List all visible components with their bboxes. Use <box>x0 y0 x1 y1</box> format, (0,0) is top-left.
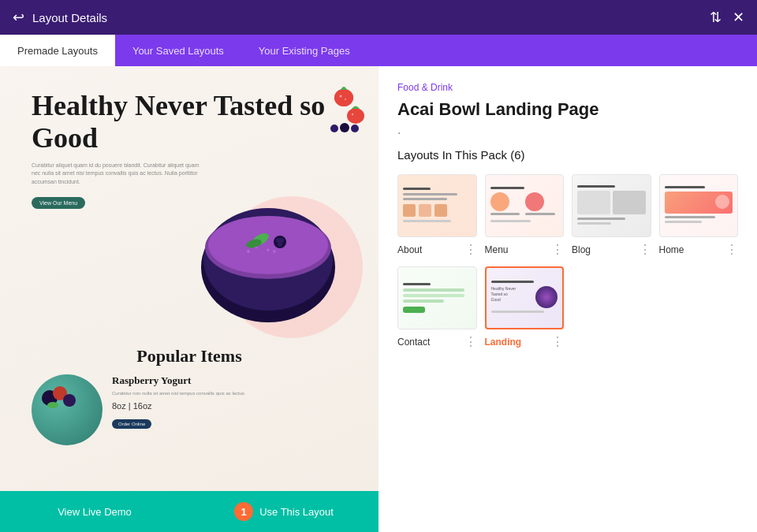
thumbnails-row-2: Contact ⋮ Healthy NeverTasted soGood <box>397 266 738 349</box>
thumbnail-contact[interactable]: Contact ⋮ <box>397 266 477 349</box>
left-panel: Healthy Never Tasted so Good Curabitur a… <box>0 66 378 532</box>
thumb-footer-about: About ⋮ <box>397 242 477 257</box>
thumbnails-row-1: About ⋮ <box>397 174 738 257</box>
thumb-label-about: About <box>397 244 422 255</box>
pack-dot: . <box>397 123 738 137</box>
strawberry-icon-2 <box>345 102 366 125</box>
acai-bowl-illustration <box>189 188 347 330</box>
category-label: Food & Drink <box>397 82 738 93</box>
tab-saved-layouts[interactable]: Your Saved Layouts <box>115 35 241 66</box>
thumb-footer-blog: Blog ⋮ <box>572 242 651 257</box>
product-size: 8oz | 16oz <box>112 401 347 411</box>
svg-point-4 <box>347 108 364 124</box>
bowl-area <box>32 188 347 330</box>
use-layout-button[interactable]: 1 Use This Layout <box>189 491 378 532</box>
preview-area: Healthy Never Tasted so Good Curabitur a… <box>0 66 378 532</box>
svg-point-16 <box>247 250 250 253</box>
popular-title: Popular Items <box>32 346 347 366</box>
thumb-menu-icon-contact[interactable]: ⋮ <box>464 334 477 349</box>
thumb-footer-contact: Contact ⋮ <box>397 334 477 349</box>
order-button: Order Online <box>112 419 151 429</box>
tab-premade-layouts[interactable]: Premade Layouts <box>0 35 115 66</box>
product-name: Raspberry Yogurt <box>112 374 347 387</box>
thumb-card-landing: Healthy NeverTasted soGood <box>485 266 565 329</box>
thumb-preview-blog <box>572 180 651 232</box>
thumbnail-menu[interactable]: Menu ⋮ <box>485 174 565 257</box>
header: ↩ Layout Details ⇅ ✕ <box>0 0 757 35</box>
product-desc: Curabitur non nulla sit amet nisl tempus… <box>112 390 347 397</box>
svg-point-9 <box>208 216 328 274</box>
header-left: ↩ Layout Details <box>13 9 107 26</box>
product-info: Raspberry Yogurt Curabitur non nulla sit… <box>112 374 347 429</box>
popular-items-section: Popular Items <box>32 346 347 445</box>
back-icon[interactable]: ↩ <box>13 9 24 26</box>
thumb-footer-home: Home ⋮ <box>659 242 739 257</box>
header-title: Layout Details <box>32 11 107 24</box>
thumb-preview-landing: Healthy NeverTasted soGood <box>487 276 563 320</box>
pack-title: Acai Bowl Landing Page <box>397 99 738 120</box>
preview-hero-title: Healthy Never Tasted so Good <box>32 90 363 155</box>
product-image <box>32 374 103 445</box>
thumb-menu-icon-home[interactable]: ⋮ <box>725 242 738 257</box>
thumb-card-about <box>397 174 477 237</box>
thumb-menu-icon-blog[interactable]: ⋮ <box>639 242 651 257</box>
tabs-bar: Premade Layouts Your Saved Layouts Your … <box>0 35 757 66</box>
thumbnail-about[interactable]: About ⋮ <box>397 174 477 257</box>
thumb-card-contact <box>397 266 477 329</box>
thumb-card-menu <box>485 174 565 237</box>
thumb-card-blog <box>572 174 651 237</box>
svg-point-17 <box>255 247 258 249</box>
svg-point-3 <box>345 99 346 100</box>
tab-existing-pages[interactable]: Your Existing Pages <box>241 35 367 66</box>
thumb-preview-home <box>660 181 738 230</box>
thumb-preview-contact <box>398 278 476 318</box>
thumb-footer-menu: Menu ⋮ <box>485 242 565 257</box>
thumb-label-contact: Contact <box>397 337 430 348</box>
settings-icon[interactable]: ⇅ <box>710 9 722 26</box>
thumb-preview-menu <box>486 182 564 229</box>
svg-point-19 <box>273 250 276 253</box>
bottom-action-bar: View Live Demo 1 Use This Layout <box>0 491 378 532</box>
view-demo-button[interactable]: View Live Demo <box>0 491 189 532</box>
preview-subtitle: Curabitur aliquet quam id du posuere bla… <box>32 162 205 187</box>
header-right: ⇅ ✕ <box>710 9 744 26</box>
thumb-menu-icon-landing[interactable]: ⋮ <box>551 334 564 349</box>
thumb-menu-icon-menu[interactable]: ⋮ <box>551 242 564 257</box>
thumb-preview-about <box>398 183 476 229</box>
layouts-count: Layouts In This Pack (6) <box>397 148 738 162</box>
svg-point-5 <box>352 113 353 115</box>
thumb-card-home <box>659 174 739 237</box>
svg-point-15 <box>278 242 282 247</box>
preview-content: Healthy Never Tasted so Good Curabitur a… <box>32 90 347 445</box>
right-panel: Food & Drink Acai Bowl Landing Page . La… <box>378 66 757 532</box>
svg-point-2 <box>340 95 342 98</box>
thumb-label-landing: Landing <box>485 337 522 348</box>
thumb-label-home: Home <box>659 244 684 255</box>
svg-point-18 <box>267 249 270 251</box>
close-icon[interactable]: ✕ <box>733 9 744 26</box>
thumbnail-home[interactable]: Home ⋮ <box>659 174 739 257</box>
layout-badge: 1 <box>234 502 253 521</box>
thumb-footer-landing: Landing ⋮ <box>485 334 565 349</box>
thumb-label-menu: Menu <box>485 244 509 255</box>
thumb-label-blog: Blog <box>572 244 591 255</box>
thumb-menu-icon-about[interactable]: ⋮ <box>464 242 477 257</box>
thumbnail-landing[interactable]: Healthy NeverTasted soGood Landing ⋮ <box>485 266 565 349</box>
product-row: Raspberry Yogurt Curabitur non nulla sit… <box>32 374 347 445</box>
thumbnail-blog[interactable]: Blog ⋮ <box>572 174 651 257</box>
main-content: Healthy Never Tasted so Good Curabitur a… <box>0 66 757 532</box>
